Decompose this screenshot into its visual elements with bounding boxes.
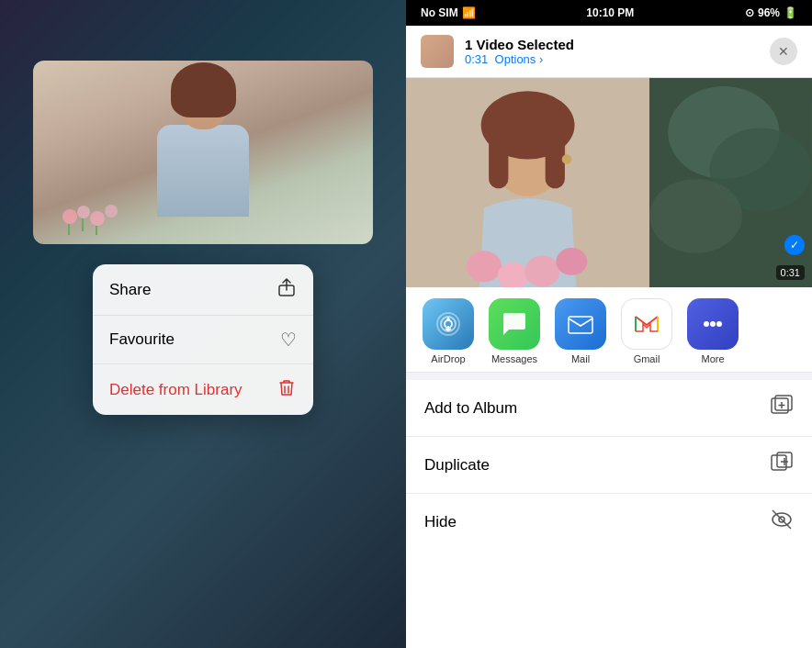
video-woman-svg <box>406 78 649 287</box>
svg-rect-28 <box>569 317 592 333</box>
video-side-frame <box>649 78 812 287</box>
airdrop-label: AirDrop <box>431 353 465 364</box>
share-subtitle: 0:31 Options › <box>465 52 759 66</box>
duplicate-action[interactable]: Duplicate <box>406 437 812 494</box>
selected-checkmark: ✓ <box>784 235 805 255</box>
share-thumbnail <box>421 35 454 68</box>
svg-point-14 <box>467 251 502 282</box>
menu-item-favourite[interactable]: Favourite ♡ <box>93 316 313 364</box>
mail-icon <box>555 298 606 350</box>
airdrop-app[interactable]: AirDrop <box>421 298 476 364</box>
messages-label: Messages <box>491 353 537 364</box>
svg-point-30 <box>704 321 709 327</box>
add-to-album-icon <box>770 394 794 422</box>
context-menu: Share Favourite ♡ Delete from Library <box>93 264 313 415</box>
add-to-album-action[interactable]: Add to Album <box>406 380 812 437</box>
left-content: Share Favourite ♡ Delete from Library <box>0 26 406 415</box>
menu-item-delete[interactable]: Delete from Library <box>93 364 313 415</box>
video-duration: 0:31 <box>465 52 488 66</box>
svg-rect-5 <box>82 218 84 231</box>
location-icon-right: ⊙ <box>745 6 754 19</box>
woman-hair <box>171 62 236 117</box>
share-info: 1 Video Selected 0:31 Options › <box>465 37 759 66</box>
messages-icon <box>489 298 540 350</box>
svg-point-13 <box>562 154 572 164</box>
favourite-label: Favourite <box>109 330 175 349</box>
duplicate-label: Duplicate <box>424 456 490 475</box>
svg-point-0 <box>62 209 77 224</box>
battery-icon-right: 🔋 <box>784 6 797 19</box>
hide-label: Hide <box>424 513 457 531</box>
more-icon <box>687 298 739 350</box>
svg-rect-12 <box>546 130 565 189</box>
apps-row: AirDrop Messages Mail <box>406 287 812 373</box>
video-side-svg <box>649 78 812 287</box>
svg-rect-4 <box>68 224 70 235</box>
close-button[interactable]: ✕ <box>770 38 797 65</box>
mail-app[interactable]: Mail <box>553 298 608 364</box>
time-right: 10:10 PM <box>586 6 634 19</box>
gmail-app[interactable]: Gmail <box>619 298 674 364</box>
share-sheet: 1 Video Selected 0:31 Options › ✕ <box>406 26 812 648</box>
duplicate-icon <box>770 451 794 479</box>
phone-right: No SIM 📶 10:10 PM ⊙ 96% 🔋 1 Video Select… <box>406 0 812 648</box>
gmail-icon <box>621 298 672 350</box>
video-duration-badge: 0:31 <box>776 265 805 280</box>
wifi-icon-right: 📶 <box>462 6 476 19</box>
share-header: 1 Video Selected 0:31 Options › ✕ <box>406 26 812 78</box>
add-to-album-label: Add to Album <box>424 399 517 418</box>
airdrop-icon <box>423 298 474 350</box>
svg-point-2 <box>90 211 105 226</box>
actions-list: Add to Album Duplicate <box>406 380 812 648</box>
svg-point-16 <box>524 256 559 287</box>
delete-label: Delete from Library <box>109 381 242 399</box>
share-title: 1 Video Selected <box>465 37 759 52</box>
svg-point-1 <box>77 206 90 218</box>
photo-card <box>33 61 373 244</box>
heart-icon: ♡ <box>280 329 297 351</box>
hide-action[interactable]: Hide <box>406 494 812 550</box>
svg-point-17 <box>556 248 587 275</box>
svg-rect-11 <box>489 130 508 189</box>
more-label: More <box>701 353 724 364</box>
svg-point-32 <box>716 321 722 327</box>
menu-item-share[interactable]: Share <box>93 264 313 316</box>
photo-inner <box>33 61 373 244</box>
more-app[interactable]: More <box>685 298 740 364</box>
carrier-right: No SIM <box>421 6 458 19</box>
svg-point-21 <box>649 179 742 253</box>
video-main-frame <box>406 78 649 287</box>
video-preview: ✓ 0:31 <box>406 78 812 287</box>
hide-icon <box>770 508 794 536</box>
svg-point-31 <box>710 321 716 327</box>
gmail-label: Gmail <box>634 353 660 364</box>
woman-head <box>178 70 229 129</box>
status-bar-right: No SIM 📶 10:10 PM ⊙ 96% 🔋 <box>406 0 812 26</box>
phone-left: No SIM 📶 10:09 PM ⊙ 96% 🔋 <box>0 0 406 648</box>
mail-label: Mail <box>571 353 590 364</box>
messages-app[interactable]: Messages <box>487 298 542 364</box>
battery-right: 96% <box>758 6 780 19</box>
woman-body <box>157 125 249 217</box>
svg-rect-6 <box>96 226 97 235</box>
options-link[interactable]: Options › <box>495 52 544 66</box>
woman-figure <box>130 70 276 240</box>
share-label: Share <box>109 281 151 299</box>
trash-icon <box>276 377 297 402</box>
flowers-left <box>61 198 134 235</box>
svg-point-3 <box>105 205 118 218</box>
share-icon <box>276 277 297 302</box>
